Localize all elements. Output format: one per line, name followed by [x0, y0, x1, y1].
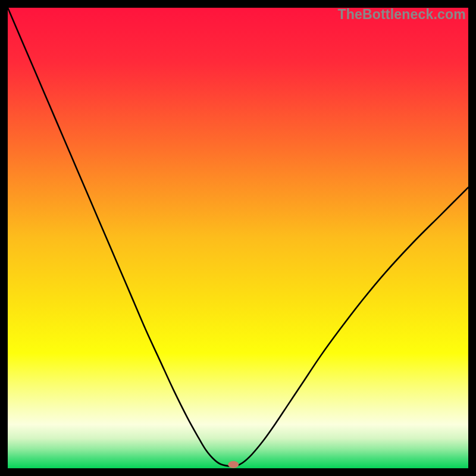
bottleneck-chart [8, 8, 468, 468]
bottleneck-marker [228, 461, 239, 468]
chart-frame: TheBottleneck.com [8, 8, 468, 468]
watermark-text: TheBottleneck.com [337, 7, 466, 23]
gradient-background [8, 8, 468, 468]
